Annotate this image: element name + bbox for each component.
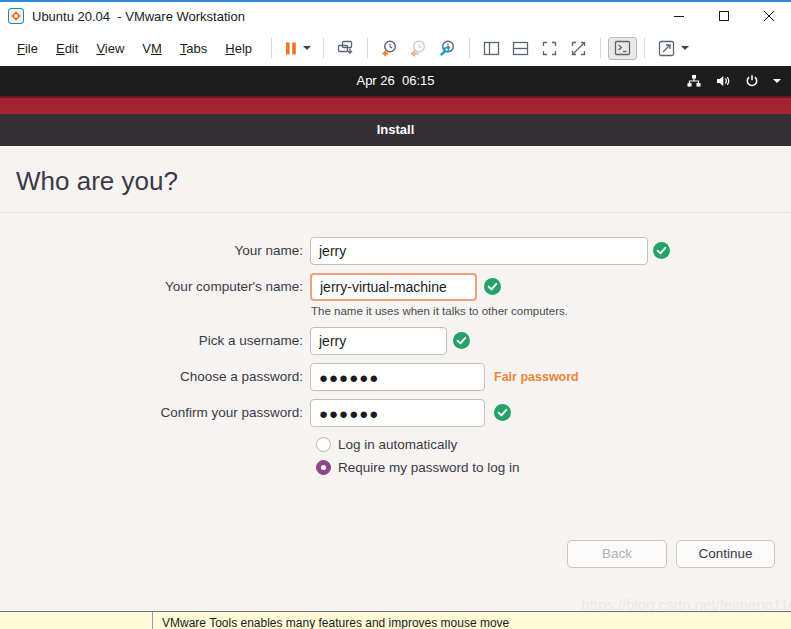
username-label: Pick a username: [0, 327, 303, 355]
password-label: Choose a password: [0, 363, 303, 391]
confirm-password-input[interactable] [310, 399, 485, 427]
minimize-button[interactable] [656, 2, 701, 30]
require-password-option[interactable]: Require my password to log in [316, 460, 520, 475]
fit-dropdown-caret-icon[interactable] [681, 46, 689, 50]
toolbar-separator [323, 38, 324, 58]
radio-unselected-icon[interactable] [316, 437, 331, 452]
power-icon [744, 73, 760, 89]
password-input[interactable] [310, 363, 485, 391]
close-icon [763, 10, 775, 22]
console-view-button[interactable] [608, 37, 637, 60]
menu-file[interactable]: File [8, 37, 47, 60]
your-name-valid-icon [653, 242, 670, 259]
computer-name-input[interactable] [310, 273, 477, 301]
manage-snapshots-button[interactable] [433, 37, 462, 60]
computer-name-valid-icon [484, 278, 501, 295]
system-tray[interactable] [686, 66, 781, 96]
volume-icon [715, 73, 731, 89]
vmware-logo-icon [8, 8, 24, 24]
show-library-button[interactable] [477, 37, 506, 60]
manage-snapshots-icon [438, 39, 457, 58]
statusbar: VMware Tools enables many features and i… [0, 612, 791, 629]
take-snapshot-icon [380, 39, 399, 58]
toolbar-separator [271, 38, 272, 58]
continue-button[interactable]: Continue [676, 540, 775, 568]
ctrl-alt-del-icon [336, 39, 355, 58]
fit-guest-icon [657, 39, 676, 58]
console-icon [613, 40, 632, 57]
window-title: Ubuntu 20.04 - VMware Workstation [32, 9, 245, 24]
window-controls [656, 2, 791, 30]
menu-view[interactable]: View [87, 37, 133, 60]
require-password-label: Require my password to log in [338, 460, 520, 475]
toolbar-separator [469, 38, 470, 58]
vmware-workstation-window: Ubuntu 20.04 - VMware Workstation File E… [0, 0, 791, 629]
login-automatically-label: Log in automatically [338, 437, 457, 452]
panel-left-icon [482, 39, 501, 58]
confirm-password-label: Confirm your password: [0, 399, 303, 427]
guest-accent-strip [0, 96, 791, 114]
maximize-button[interactable] [701, 2, 746, 30]
menu-toolbar: File Edit View VM Tabs Help [0, 30, 791, 66]
your-name-input[interactable] [310, 237, 648, 265]
revert-snapshot-button[interactable] [404, 37, 433, 60]
close-button[interactable] [746, 2, 791, 30]
unity-mode-icon [569, 39, 588, 58]
username-valid-icon [453, 332, 470, 349]
installer-titlebar: Install [0, 114, 791, 146]
back-button[interactable]: Back [567, 540, 667, 568]
revert-snapshot-icon [409, 39, 428, 58]
send-ctrl-alt-del-button[interactable] [331, 37, 360, 60]
menu-edit[interactable]: Edit [47, 37, 87, 60]
tray-caret-icon [773, 79, 781, 83]
password-strength-badge: Fair password [494, 363, 579, 391]
menu-tabs[interactable]: Tabs [171, 37, 216, 60]
power-dropdown-caret-icon[interactable] [303, 46, 311, 50]
panel-bottom-icon [511, 39, 530, 58]
login-automatically-option[interactable]: Log in automatically [316, 437, 457, 452]
menu-help[interactable]: Help [216, 37, 261, 60]
username-input[interactable] [310, 327, 447, 355]
clock[interactable]: Apr 26 06:15 [0, 66, 791, 96]
network-icon [686, 73, 702, 89]
computer-name-hint: The name it uses when it talks to other … [311, 305, 568, 317]
menu-vm[interactable]: VM [133, 37, 171, 60]
page-title: Who are you? [16, 166, 178, 197]
maximize-icon [718, 10, 730, 22]
radio-selected-icon[interactable] [316, 460, 331, 475]
enter-fullscreen-button[interactable] [535, 37, 564, 60]
minimize-icon [673, 10, 685, 22]
toolbar-separator [367, 38, 368, 58]
fit-guest-button[interactable] [652, 37, 694, 60]
heading-divider [0, 212, 791, 213]
take-snapshot-button[interactable] [375, 37, 404, 60]
statusbar-message: VMware Tools enables many features and i… [162, 616, 509, 629]
your-name-label: Your name: [0, 237, 303, 265]
fullscreen-icon [540, 39, 559, 58]
statusbar-divider [152, 612, 153, 629]
toolbar-separator [644, 38, 645, 58]
computer-name-label: Your computer's name: [0, 273, 303, 301]
show-thumbnail-bar-button[interactable] [506, 37, 535, 60]
confirm-password-valid-icon [494, 404, 511, 421]
pause-icon [284, 41, 298, 56]
unity-mode-button[interactable] [564, 37, 593, 60]
gnome-top-bar: Apr 26 06:15 [0, 66, 791, 96]
titlebar: Ubuntu 20.04 - VMware Workstation [0, 0, 791, 30]
suspend-vm-button[interactable] [279, 39, 316, 58]
toolbar-separator [600, 38, 601, 58]
